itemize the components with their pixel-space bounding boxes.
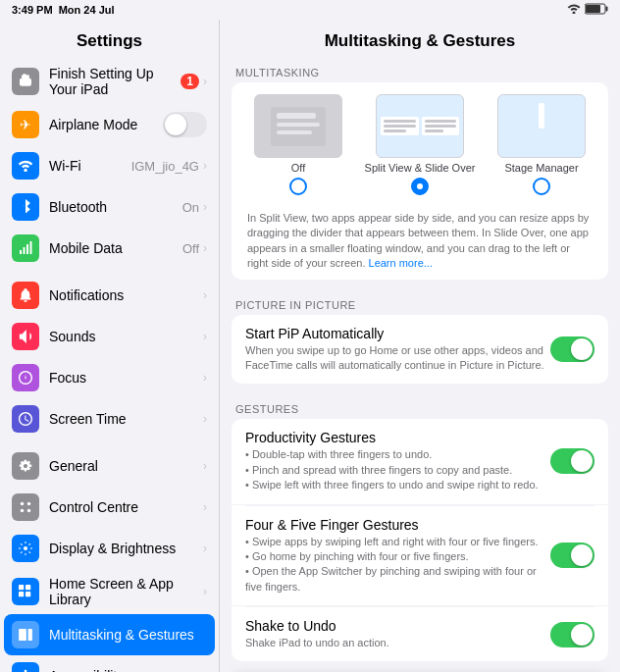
svg-rect-12 bbox=[19, 585, 24, 590]
learn-more-link[interactable]: Learn more... bbox=[369, 257, 433, 269]
multitasking-options-card: Off bbox=[232, 82, 608, 280]
productivity-toggle[interactable] bbox=[550, 448, 594, 474]
bluetooth-chevron: › bbox=[203, 200, 207, 214]
svg-rect-3 bbox=[20, 250, 22, 254]
status-icons bbox=[567, 3, 608, 17]
productivity-gestures-row[interactable]: Productivity Gestures • Double-tap with … bbox=[232, 419, 608, 504]
app-container: Settings Finish Setting Up Your iPad 1 ›… bbox=[0, 20, 620, 672]
multitasking-icon bbox=[12, 621, 39, 648]
control-centre-chevron: › bbox=[203, 500, 207, 514]
sidebar-mobile-data-label: Mobile Data bbox=[49, 240, 182, 256]
sidebar-home-screen-label: Home Screen & App Library bbox=[49, 576, 199, 607]
four-five-title: Four & Five Finger Gestures bbox=[245, 517, 550, 533]
sidebar-item-finish-setup[interactable]: Finish Setting Up Your iPad 1 › bbox=[0, 59, 219, 104]
sidebar-display-label: Display & Brightness bbox=[49, 541, 199, 556]
wifi-chevron: › bbox=[203, 159, 207, 173]
sidebar-item-notifications[interactable]: Notifications › bbox=[0, 275, 219, 316]
shake-undo-row[interactable]: Shake to Undo Shake iPad to undo an acti… bbox=[232, 607, 608, 661]
four-five-finger-row[interactable]: Four & Five Finger Gestures • Swipe apps… bbox=[232, 506, 608, 607]
sidebar-title: Settings bbox=[0, 20, 219, 59]
multitask-off-radio[interactable] bbox=[289, 178, 307, 195]
sidebar-item-sounds[interactable]: Sounds › bbox=[0, 316, 219, 357]
multitask-off-label: Off bbox=[291, 162, 305, 174]
sounds-chevron: › bbox=[203, 330, 207, 343]
gestures-card: Productivity Gestures • Double-tap with … bbox=[232, 419, 608, 661]
sidebar-item-wifi[interactable]: Wi-Fi IGM_jio_4G › bbox=[0, 145, 219, 186]
status-time: 3:49 PM Mon 24 Jul bbox=[12, 4, 115, 16]
status-bar: 3:49 PM Mon 24 Jul bbox=[0, 0, 620, 20]
wifi-sidebar-icon bbox=[12, 152, 39, 180]
sidebar-item-home-screen[interactable]: Home Screen & App Library › bbox=[0, 569, 219, 614]
svg-point-7 bbox=[21, 502, 25, 506]
svg-rect-13 bbox=[26, 585, 30, 590]
display-chevron: › bbox=[203, 542, 207, 555]
svg-point-10 bbox=[27, 509, 31, 513]
apple-icon bbox=[12, 68, 39, 95]
svg-rect-17 bbox=[28, 629, 32, 641]
multitask-option-split[interactable]: Split View & Slide Over bbox=[361, 94, 479, 203]
sidebar-control-centre-label: Control Centre bbox=[49, 499, 199, 515]
pip-title: Start PiP Automatically bbox=[245, 326, 550, 341]
sidebar-item-focus[interactable]: Focus › bbox=[0, 357, 219, 398]
sidebar-item-control-centre[interactable]: Control Centre › bbox=[0, 487, 219, 528]
svg-rect-16 bbox=[19, 629, 26, 641]
svg-point-9 bbox=[21, 509, 25, 513]
four-five-content: Four & Five Finger Gestures • Swipe apps… bbox=[245, 517, 550, 595]
content-area: Multitasking & Gestures MULTITASKING bbox=[220, 20, 620, 672]
mobile-data-chevron: › bbox=[203, 241, 207, 255]
svg-rect-14 bbox=[19, 592, 24, 596]
sidebar-item-mobile-data[interactable]: Mobile Data Off › bbox=[0, 228, 219, 269]
shake-desc: Shake iPad to undo an action. bbox=[245, 636, 550, 650]
sidebar-sounds-label: Sounds bbox=[49, 329, 199, 344]
four-five-toggle[interactable] bbox=[550, 543, 594, 568]
sidebar-item-airplane-mode[interactable]: ✈ Airplane Mode bbox=[0, 104, 219, 145]
sidebar-item-bluetooth[interactable]: Bluetooth On › bbox=[0, 186, 219, 228]
four-five-desc: • Swipe apps by swiping left and right w… bbox=[245, 535, 550, 595]
multitask-split-radio[interactable] bbox=[411, 178, 429, 195]
finish-setup-badge: 1 bbox=[181, 74, 199, 89]
svg-rect-2 bbox=[586, 5, 600, 13]
sidebar-focus-label: Focus bbox=[49, 370, 199, 386]
sidebar-item-display[interactable]: Display & Brightness › bbox=[0, 528, 219, 569]
notifications-chevron: › bbox=[203, 288, 207, 302]
pip-row[interactable]: Start PiP Automatically When you swipe u… bbox=[232, 315, 608, 385]
pip-content: Start PiP Automatically When you swipe u… bbox=[245, 326, 550, 374]
multitask-options-row: Off bbox=[232, 82, 608, 207]
general-icon bbox=[12, 452, 39, 480]
multitask-preview-split bbox=[376, 94, 464, 158]
bluetooth-icon bbox=[12, 193, 39, 221]
svg-rect-23 bbox=[277, 113, 316, 119]
sidebar-accessibility-label: Accessibility bbox=[49, 668, 199, 672]
focus-icon bbox=[12, 364, 39, 391]
svg-point-8 bbox=[27, 502, 31, 506]
sidebar-item-general[interactable]: General › bbox=[0, 445, 219, 487]
shake-title: Shake to Undo bbox=[245, 618, 550, 634]
shake-toggle[interactable] bbox=[550, 622, 594, 647]
airplane-icon: ✈ bbox=[12, 111, 39, 138]
sidebar-finish-setup-label: Finish Setting Up Your iPad bbox=[49, 66, 181, 97]
sidebar-bluetooth-label: Bluetooth bbox=[49, 199, 182, 215]
shake-content: Shake to Undo Shake iPad to undo an acti… bbox=[245, 618, 550, 650]
productivity-title: Productivity Gestures bbox=[245, 430, 550, 445]
pip-desc: When you swipe up to go Home or use othe… bbox=[245, 343, 550, 374]
pip-toggle[interactable] bbox=[550, 336, 594, 362]
sidebar-item-accessibility[interactable]: Accessibility › bbox=[0, 655, 219, 672]
sidebar: Settings Finish Setting Up Your iPad 1 ›… bbox=[0, 20, 220, 672]
accessibility-icon bbox=[12, 662, 39, 672]
sidebar-item-screen-time[interactable]: Screen Time › bbox=[0, 398, 219, 439]
multitask-stage-radio[interactable] bbox=[533, 178, 550, 195]
svg-point-11 bbox=[24, 546, 27, 550]
multitask-option-stage[interactable]: Stage Manager bbox=[483, 94, 600, 203]
svg-rect-6 bbox=[30, 241, 32, 254]
sidebar-notifications-label: Notifications bbox=[49, 287, 199, 303]
sidebar-item-multitasking[interactable]: Multitasking & Gestures bbox=[4, 614, 215, 655]
gestures-section-label: GESTURES bbox=[220, 395, 620, 419]
multitask-preview-stage bbox=[497, 94, 586, 158]
sidebar-multitasking-label: Multitasking & Gestures bbox=[49, 627, 207, 643]
multitasking-section-label: MULTITASKING bbox=[220, 59, 620, 82]
mobile-data-icon bbox=[12, 234, 39, 262]
airplane-toggle[interactable] bbox=[163, 112, 207, 137]
multitask-preview-off bbox=[254, 94, 342, 158]
productivity-desc: • Double-tap with three fingers to undo.… bbox=[245, 447, 550, 492]
multitask-option-off[interactable]: Off bbox=[239, 94, 357, 203]
